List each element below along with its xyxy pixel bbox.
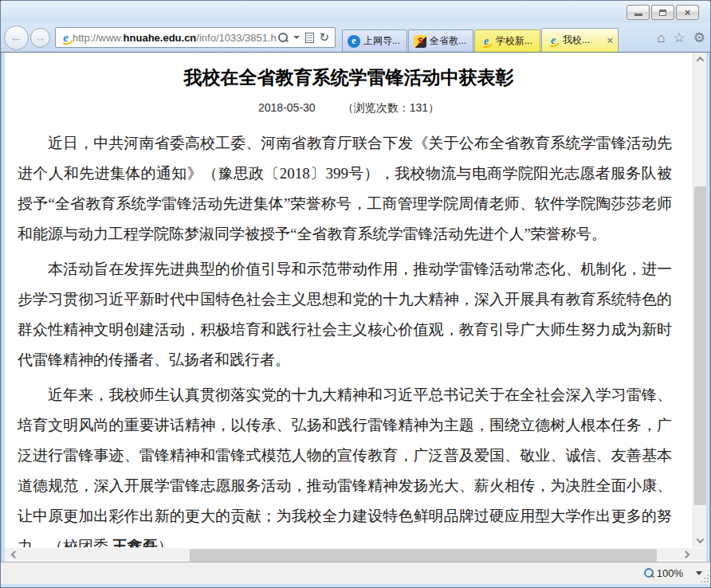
back-arrow-icon: ← (10, 29, 23, 45)
title-bar: × (1, 1, 710, 23)
paragraph: 本活动旨在发挥先进典型的价值引导和示范带动作用，推动学雷锋活动常态化、机制化，进… (18, 254, 672, 375)
address-bar-icons: ↻ (276, 30, 332, 45)
window-frame-bottom (1, 584, 710, 587)
tab-label: 全省教... (430, 34, 466, 48)
close-icon: × (685, 7, 691, 18)
horizontal-scrollbar[interactable] (5, 547, 706, 562)
view-count: （浏览次数：131） (343, 101, 439, 114)
compatibility-view-icon[interactable] (305, 33, 314, 43)
article-meta: 2018-05-30（浏览次数：131） (5, 101, 693, 116)
zoom-control[interactable]: 100% (642, 567, 702, 579)
address-bar[interactable]: e http://www.hnuahe.edu.cn/info/1033/385… (55, 27, 336, 48)
minimize-icon (634, 14, 642, 16)
chevron-left-icon (10, 551, 18, 559)
horizontal-scrollbar-thumb[interactable] (190, 549, 657, 562)
close-button[interactable]: × (676, 5, 699, 20)
chevron-right-icon (682, 551, 689, 559)
paragraph: 近年来，我校师生认真贯彻落实党的十九大精神和习近平总书记关于在全社会深入学习雷锋… (18, 380, 672, 547)
browser-window: × ← → e http://www.hnuahe.edu.cn/info/10… (0, 0, 711, 588)
minimize-button[interactable] (627, 5, 650, 20)
status-bar: 100% (1, 562, 710, 584)
scroll-up-icon[interactable] (693, 53, 706, 66)
sogou-browser-icon: S (414, 35, 426, 48)
home-icon[interactable]: ⌂ (657, 31, 665, 45)
vertical-scrollbar[interactable] (693, 53, 706, 547)
forward-button[interactable]: → (30, 28, 50, 48)
tab-quanshengjiao[interactable]: S 全省教... (408, 29, 473, 52)
paragraph: 近日，中共河南省委高校工委、河南省教育厅联合下发《关于公布全省教育系统学雷锋活动… (18, 128, 672, 249)
forward-arrow-icon: → (35, 31, 46, 44)
restore-button[interactable] (651, 5, 674, 20)
restore-icon (659, 10, 666, 16)
author-suffix: ） (158, 538, 173, 547)
chevron-up-icon (697, 57, 705, 65)
tab-label: 我校... (563, 33, 590, 47)
author-name: 王鑫磊 (112, 538, 158, 547)
vertical-scrollbar-thumb[interactable] (694, 186, 706, 505)
refresh-icon[interactable]: ↻ (319, 30, 329, 45)
article-body: 近日，中共河南省委高校工委、河南省教育厅联合下发《关于公布全省教育系统学雷锋活动… (18, 128, 672, 547)
navbar-right-icons: ⌂ ☆ ⚙ (649, 31, 705, 45)
tab-strip: e 上网导... S 全省教... e 学校新... e 我校... × (342, 23, 619, 52)
ie-icon: e (480, 35, 493, 48)
blue-e-browser-icon: e (348, 35, 360, 48)
resize-grip[interactable] (701, 574, 709, 582)
tab-shangwangdaohang[interactable]: e 上网导... (342, 29, 407, 52)
article: 我校在全省教育系统学雷锋活动中获表彰 2018-05-30（浏览次数：131） … (5, 53, 693, 547)
tools-gear-icon[interactable]: ⚙ (693, 31, 705, 45)
scroll-down-icon[interactable] (693, 534, 706, 547)
zoom-level[interactable]: 100% (657, 567, 683, 579)
author-prefix: （校团委 (48, 538, 112, 547)
favorites-star-icon[interactable]: ☆ (674, 31, 685, 45)
tab-xuexiaoxin[interactable]: e 学校新... (474, 29, 540, 52)
tab-woxiao-active[interactable]: e 我校... × (541, 28, 619, 52)
ie-page-icon: e (59, 31, 73, 45)
ie-icon: e (547, 34, 560, 47)
address-dropdown-icon[interactable] (293, 36, 300, 39)
scroll-right-icon[interactable] (676, 548, 695, 563)
scroll-left-icon[interactable] (5, 548, 24, 563)
chevron-down-icon (697, 535, 705, 543)
tab-label: 上网导... (363, 34, 400, 48)
zoom-magnifier-icon (642, 567, 654, 579)
url-text[interactable]: http://www.hnuahe.edu.cn/info/1033/3851.… (73, 32, 276, 44)
tab-close-icon[interactable]: × (603, 34, 613, 46)
navigation-bar: ← → e http://www.hnuahe.edu.cn/info/1033… (1, 23, 710, 53)
tab-label: 学校新... (496, 34, 532, 48)
page-title: 我校在全省教育系统学雷锋活动中获表彰 (5, 65, 693, 90)
search-icon[interactable] (277, 32, 289, 43)
article-date: 2018-05-30 (258, 101, 316, 114)
back-button[interactable]: ← (4, 25, 29, 50)
page-content-area: 我校在全省教育系统学雷锋活动中获表彰 2018-05-30（浏览次数：131） … (5, 53, 706, 547)
